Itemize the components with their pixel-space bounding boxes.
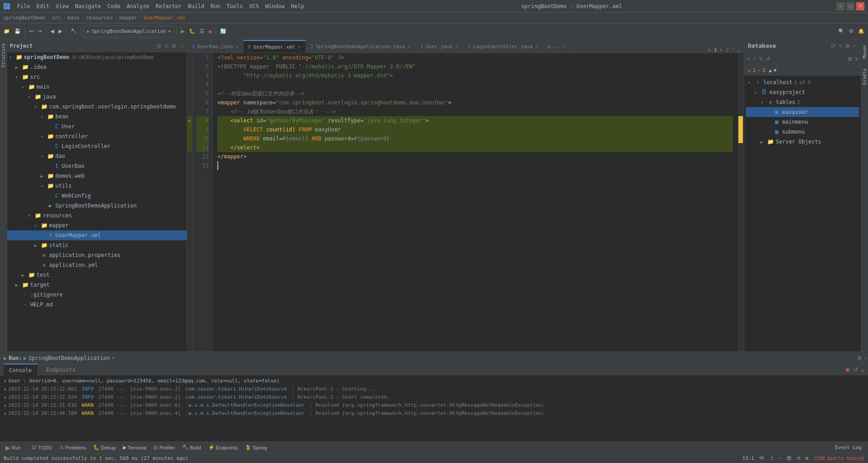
stop-button[interactable]: ■ xyxy=(207,25,214,38)
db-sync-button[interactable]: ↺ xyxy=(765,55,771,63)
db-item-server-objects[interactable]: ▶ 📁 Server Objects xyxy=(746,137,859,147)
menu-view[interactable]: View xyxy=(53,2,72,10)
endpoints-button[interactable]: ⚡ Endpoints xyxy=(206,444,241,451)
run-panel-settings[interactable]: ⚙ xyxy=(856,354,863,362)
undo-button[interactable]: ↩ xyxy=(27,25,35,38)
panel-minimize-button[interactable]: − xyxy=(179,42,184,50)
tree-item-target[interactable]: ▶ 📁 target xyxy=(7,280,187,290)
tree-item-static[interactable]: ▶ 📁 static xyxy=(7,240,187,250)
db-properties-button[interactable]: ✎ xyxy=(758,55,764,63)
tree-item-java[interactable]: ▾ 📁 java xyxy=(7,92,187,102)
maven-panel-toggle[interactable]: Maven xyxy=(861,41,868,62)
tree-item-userdao[interactable]: I UserDao xyxy=(7,161,187,171)
tree-item-user[interactable]: C User xyxy=(7,121,187,131)
collapse-all-button[interactable]: ≡ xyxy=(164,42,169,50)
db-item-submenu[interactable]: ▦ submenu xyxy=(746,127,859,137)
db-item-localhost[interactable]: ▾ ⚡ localhost 1 of 5 xyxy=(746,77,859,87)
db-settings-button[interactable]: ⚙ xyxy=(844,42,851,50)
structure-panel-toggle[interactable]: Structure xyxy=(1,41,6,69)
tree-item-dao[interactable]: ▾ 📁 dao xyxy=(7,151,187,161)
menu-analyze[interactable]: Analyze xyxy=(124,2,152,10)
navigate-up[interactable]: ▲ xyxy=(769,67,772,73)
db-refresh-button[interactable]: ⟳ xyxy=(830,42,837,50)
profiler-button[interactable]: ◎ Profiler xyxy=(151,444,178,451)
settings-status-icon[interactable]: ⚙ xyxy=(805,455,809,461)
terminal-button[interactable]: ▶ Terminal xyxy=(120,444,149,451)
menu-navigate[interactable]: Navigate xyxy=(72,2,104,10)
endpoints-tab[interactable]: Endpoints xyxy=(41,364,81,376)
menu-file[interactable]: File xyxy=(14,2,33,10)
maximize-button[interactable]: □ xyxy=(846,2,855,10)
tab-logincontroller[interactable]: J LoginController.java ✕ xyxy=(463,40,543,53)
tree-item-bean[interactable]: ▾ 📁 bean xyxy=(7,112,187,121)
debug-button[interactable]: 🐛 Debug xyxy=(90,444,118,451)
tree-item-springbootdemo[interactable]: ▾ 📁 springBootDemo D:\NCB\ncb\java\sprin… xyxy=(7,52,187,62)
debug-button[interactable]: 🐛 xyxy=(187,25,197,38)
tree-item-utils[interactable]: ▾ 📁 utils xyxy=(7,181,187,191)
gradle-panel-toggle[interactable]: Gradle xyxy=(861,65,868,88)
restart-button[interactable]: ↺ xyxy=(853,366,858,373)
tree-item-main[interactable]: ▾ 📁 main xyxy=(7,82,187,92)
breadcrumb-resources[interactable]: resources xyxy=(86,15,113,21)
run-panel-minimize[interactable]: − xyxy=(863,354,868,362)
menu-edit[interactable]: Edit xyxy=(34,2,52,10)
tree-item-app-properties[interactable]: ≡ application.properties xyxy=(7,250,187,260)
tab-other[interactable]: e... ✕ xyxy=(543,40,570,53)
tab-userdao[interactable]: J UserDao.java ✕ xyxy=(187,40,243,53)
run-tab[interactable]: ▶ Run: ▶ SpringBootDemoApplication ✕ xyxy=(0,355,118,361)
editor-scrollbar[interactable] xyxy=(738,53,744,351)
menu-vcs[interactable]: VCS xyxy=(247,2,262,10)
panel-settings-button[interactable]: ⚙ xyxy=(171,42,177,50)
db-item-easyuser[interactable]: ▦ easyuser xyxy=(746,107,859,117)
tab-usermapper[interactable]: X UserMapper.xml ✕ xyxy=(243,40,306,53)
settings-button[interactable]: ⚙ xyxy=(847,25,855,38)
db-item-easyproject[interactable]: ▾ 🗄 easyproject xyxy=(746,87,859,97)
tree-item-springbootapp[interactable]: ▶ SpringBootDemoApplication xyxy=(7,201,187,211)
tab-close-button[interactable]: ✕ xyxy=(236,44,239,49)
db-new-button[interactable]: + xyxy=(838,42,843,50)
tree-item-logincontroller[interactable]: C LoginController xyxy=(7,141,187,151)
db-item-mainmenu[interactable]: ▦ mainmenu xyxy=(746,117,859,127)
tab-springbootapp[interactable]: J SpringBootDemoApplication.java ✕ xyxy=(306,40,416,53)
tree-item-usermapper[interactable]: X UserMapper.xml xyxy=(7,230,187,240)
tree-item-gitignore[interactable]: · .gitignore xyxy=(7,290,187,300)
save-button[interactable]: 💾 xyxy=(13,25,22,38)
problems-button[interactable]: ⚠ Problems xyxy=(57,444,89,451)
stop-app-button[interactable]: ■ xyxy=(846,366,850,373)
breadcrumb-file[interactable]: UserMapper.xml xyxy=(144,15,186,21)
console-tab[interactable]: Console xyxy=(4,364,37,376)
open-folder-button[interactable]: 📁 xyxy=(2,25,12,38)
breadcrumb-project[interactable]: springBootDemo xyxy=(4,15,45,21)
menu-tools[interactable]: Tools xyxy=(224,2,246,10)
menu-run[interactable]: Run xyxy=(208,2,223,10)
build-button[interactable]: 🔨 xyxy=(69,25,79,38)
menu-window[interactable]: Window xyxy=(262,2,287,10)
tab-close-button[interactable]: ✕ xyxy=(562,44,566,49)
menu-refactor[interactable]: Refactor xyxy=(153,2,184,10)
code-content[interactable]: <?xml version="1.0" encoding="UTF-8" ?> … xyxy=(213,53,738,351)
tree-item-webconfig[interactable]: C WebConfig xyxy=(7,191,187,201)
tab-close-button[interactable]: ✕ xyxy=(298,44,301,50)
run-configuration[interactable]: ▶ SpringBootDemoApplication ▾ xyxy=(84,26,174,37)
tab-user[interactable]: J User.java ✕ xyxy=(416,40,463,53)
breadcrumb-main[interactable]: main xyxy=(67,15,80,21)
navigate-down[interactable]: ▼ xyxy=(774,67,777,73)
update-button[interactable]: 🔄 xyxy=(218,25,228,38)
tab-close-button[interactable]: ✕ xyxy=(535,44,539,49)
tree-item-package[interactable]: ▾ 📁 com.springboot.userlogin.springbootd… xyxy=(7,102,187,112)
coverage-button[interactable]: ☰ xyxy=(198,25,206,38)
db-add-button[interactable]: + xyxy=(746,55,751,63)
run-tab-close[interactable]: ✕ xyxy=(112,355,115,361)
event-log[interactable]: Event Log xyxy=(835,445,862,450)
db-filter-button[interactable]: ⊞ xyxy=(847,55,853,63)
tree-item-resources[interactable]: ▾ 📁 resources xyxy=(7,211,187,220)
tree-item-test[interactable]: ▶ 📁 test xyxy=(7,270,187,280)
tree-item-app-yml[interactable]: ≡ application.yml xyxy=(7,260,187,270)
build-button[interactable]: 🔨 Build xyxy=(180,444,203,451)
tree-item-src[interactable]: ▾ 📁 src xyxy=(7,72,187,82)
code-editor[interactable]: ▶ 1 2 3 4 5 6 7 8 9 10 11 12 13 xyxy=(187,53,744,351)
search-everywhere-button[interactable]: 🔍 xyxy=(837,25,846,38)
db-remove-button[interactable]: − xyxy=(752,55,757,63)
close-button[interactable]: ✕ xyxy=(856,2,864,10)
run-button[interactable]: ▶ xyxy=(179,25,186,38)
